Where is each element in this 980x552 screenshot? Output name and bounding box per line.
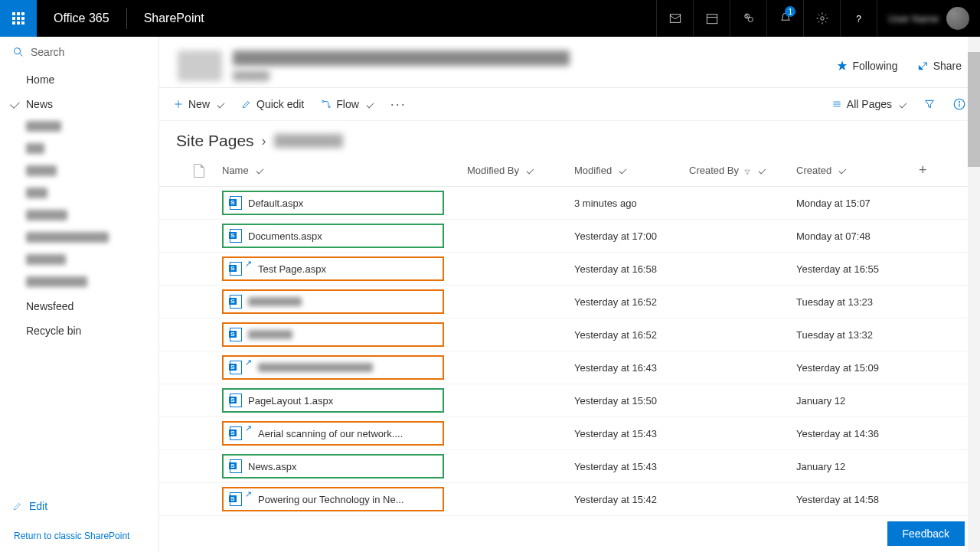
shared-icon: ↗ (245, 423, 252, 433)
flow-button[interactable]: Flow (321, 98, 374, 110)
o365-brand[interactable]: Office 365 (37, 11, 126, 25)
app-name[interactable]: SharePoint (127, 11, 221, 25)
sharepoint-page-icon (230, 426, 242, 440)
svg-point-11 (15, 48, 21, 54)
scrollbar[interactable] (968, 37, 980, 552)
file-item[interactable]: Default.aspx (222, 191, 444, 215)
filter-button[interactable] (923, 98, 936, 110)
notifications-icon[interactable]: 1 (766, 0, 803, 37)
sharepoint-page-icon (230, 262, 242, 276)
file-item[interactable]: ↗Aerial scanning of our network.... (222, 421, 444, 446)
help-icon[interactable]: ? (840, 0, 877, 37)
share-button[interactable]: Share (916, 60, 962, 72)
file-name: Documents.aspx (248, 230, 322, 242)
nav-newsfeed[interactable]: Newsfeed (0, 294, 158, 318)
file-item[interactable] (222, 322, 444, 347)
table-row[interactable]: Documents.aspxYesterday at 17:00Monday a… (159, 220, 980, 253)
add-column-button[interactable]: + (919, 162, 942, 178)
settings-icon[interactable] (803, 0, 840, 37)
nav-home[interactable]: Home (0, 67, 158, 92)
svg-rect-0 (670, 15, 681, 23)
table-row[interactable]: ↗Powering our Technology in Ne...Yesterd… (159, 483, 980, 516)
file-item[interactable] (222, 289, 444, 314)
more-button[interactable]: ··· (390, 96, 407, 113)
col-created[interactable]: Created (796, 165, 919, 176)
sharepoint-page-icon (230, 328, 242, 341)
app-launcher[interactable] (0, 0, 37, 37)
user-name: User Name (888, 13, 939, 24)
share-icon (916, 60, 929, 72)
file-item[interactable]: PageLayout 1.aspx (222, 388, 444, 413)
modified-date: Yesterday at 15:50 (574, 395, 689, 407)
table-row[interactable]: ↗Yesterday at 16:43Yesterday at 15:09 (159, 351, 980, 384)
chevron-down-icon (900, 100, 907, 108)
chevron-down-icon (217, 100, 225, 108)
file-type-icon (194, 164, 204, 178)
nav-recycle-bin[interactable]: Recycle bin (0, 318, 158, 343)
file-list: Name Modified By Modified Created By Cre… (159, 155, 980, 552)
file-name: News.aspx (248, 461, 297, 472)
table-row[interactable]: Yesterday at 16:52Tuesday at 13:32 (159, 318, 980, 351)
following-button[interactable]: Following (836, 60, 898, 72)
col-modified[interactable]: Modified (574, 165, 689, 176)
new-button[interactable]: New (173, 98, 224, 110)
col-name[interactable]: Name (222, 165, 467, 176)
col-created-by[interactable]: Created By (689, 165, 796, 176)
flow-icon (321, 99, 332, 109)
search-input[interactable]: Search (0, 37, 158, 67)
nav-item[interactable] (0, 205, 158, 227)
view-selector[interactable]: All Pages (831, 98, 906, 110)
table-row[interactable]: PageLayout 1.aspxYesterday at 15:50Janua… (159, 384, 980, 417)
file-name: PageLayout 1.aspx (248, 395, 333, 407)
command-bar: New Quick edit Flow ··· All Pages (159, 87, 980, 121)
nav-edit[interactable]: Edit (0, 492, 158, 520)
nav-item[interactable] (0, 250, 158, 272)
file-item[interactable]: ↗Powering our Technology in Ne... (222, 487, 444, 511)
nav-item[interactable] (0, 272, 158, 294)
created-date: Yesterday at 14:58 (796, 494, 919, 505)
table-row[interactable]: ↗Aerial scanning of our network....Yeste… (159, 417, 980, 450)
sharepoint-icon[interactable]: S (730, 0, 766, 37)
nav-item[interactable] (0, 139, 158, 161)
modified-date: 3 minutes ago (574, 198, 689, 209)
table-row[interactable]: Default.aspx3 minutes agoMonday at 15:07 (159, 187, 980, 220)
nav-news[interactable]: News (0, 92, 158, 116)
col-modified-by[interactable]: Modified By (467, 165, 574, 176)
calendar-icon[interactable] (693, 0, 730, 37)
svg-point-22 (959, 101, 960, 103)
created-date: Monday at 07:48 (796, 230, 919, 242)
site-subtitle (233, 70, 270, 81)
pencil-icon (241, 99, 252, 109)
quick-edit-button[interactable]: Quick edit (241, 98, 304, 110)
classic-link[interactable]: Return to classic SharePoint (0, 520, 158, 552)
breadcrumb: Site Pages › (159, 121, 980, 155)
site-header: Following Share (159, 37, 980, 87)
breadcrumb-root[interactable]: Site Pages (176, 132, 254, 150)
svg-text:S: S (745, 14, 748, 18)
outlook-icon[interactable] (656, 0, 693, 37)
chevron-right-icon: › (262, 133, 266, 149)
table-row[interactable]: ↗Test Page.aspxYesterday at 16:58Yesterd… (159, 253, 980, 286)
nav-item[interactable] (0, 227, 158, 250)
funnel-icon (923, 98, 936, 110)
waffle-icon (12, 12, 24, 24)
created-date: Yesterday at 16:55 (796, 263, 919, 275)
file-item[interactable]: ↗ (222, 355, 444, 380)
modified-date: Yesterday at 15:42 (574, 494, 689, 505)
table-row[interactable]: News.aspxYesterday at 15:43January 12 (159, 450, 980, 483)
sharepoint-page-icon (230, 295, 242, 309)
sharepoint-page-icon (230, 492, 242, 506)
avatar (946, 7, 969, 30)
table-row[interactable]: Yesterday at 16:52Tuesday at 13:23 (159, 286, 980, 318)
file-item[interactable]: News.aspx (222, 454, 444, 479)
info-button[interactable] (952, 97, 966, 111)
user-account[interactable]: User Name (877, 0, 980, 37)
feedback-button[interactable]: Feedback (887, 521, 965, 546)
file-name: Aerial scanning of our network.... (258, 428, 403, 439)
nav-item[interactable] (0, 161, 158, 183)
file-item[interactable]: Documents.aspx (222, 224, 444, 248)
nav-item[interactable] (0, 116, 158, 139)
file-item[interactable]: ↗Test Page.aspx (222, 256, 444, 281)
modified-date: Yesterday at 15:43 (574, 428, 689, 439)
nav-item[interactable] (0, 183, 158, 205)
